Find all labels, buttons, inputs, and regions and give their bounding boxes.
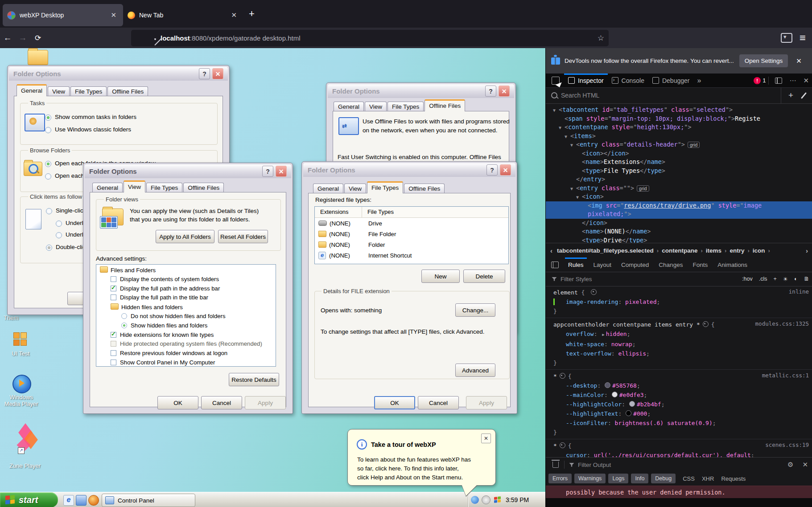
tab-file-types[interactable]: File Types [70,86,107,96]
style-toggle-[interactable]: ☀ [783,276,788,282]
markup-line[interactable]: ▼<icon> [546,192,812,201]
tab-offline-files[interactable]: Offline Files [404,184,445,193]
devtools-tab-debugger[interactable]: Debugger [648,74,694,87]
advanced-list-item[interactable]: Display the contents of system folders [100,276,276,285]
radio-classic-folders[interactable] [45,127,51,133]
dialog2-apply-button[interactable]: Apply [245,396,286,409]
checkbox[interactable] [111,294,116,300]
style-toggle-hov[interactable]: :hov [742,276,753,282]
delete-button[interactable]: Delete [463,270,505,283]
sidebar-tab-layout[interactable]: Layout [589,258,617,272]
grid-badge[interactable]: grid [688,142,700,148]
tray-network-icon[interactable] [471,496,479,504]
radio-show-common-tasks[interactable] [45,114,51,121]
dialog3-ok-button[interactable]: OK [374,396,415,409]
css-declaration[interactable]: cursor: url('../res/ui/cursors/default.c… [546,450,812,457]
tab-general[interactable]: General [16,84,47,96]
registered-filetypes-table[interactable]: ExtensionsFile Types (NONE)Drive(NONE)Fi… [314,206,509,264]
tab-close-icon[interactable]: ✕ [108,10,119,20]
sidebar-tab-animations[interactable]: Animations [713,258,752,272]
css-declaration[interactable]: --desktop: #585768; [546,381,812,390]
radio-underline-point[interactable] [56,232,62,238]
css-declaration[interactable]: white-space: nowrap; [546,339,812,349]
console-settings-icon[interactable]: ⚙ [787,461,793,469]
radio-button[interactable] [121,313,127,319]
rule-source-link[interactable]: modules.css:1325 [755,320,809,327]
tab-offline-files[interactable]: Offline Files [107,86,148,96]
css-declaration[interactable]: --highlightColor: #b2b4bf; [546,400,812,409]
rules-view[interactable]: element { inlineimage-rendering: pixelat… [546,286,812,457]
rule-source-link[interactable]: scenes.css:19 [765,442,809,448]
notification-close-icon[interactable]: ✕ [796,57,802,65]
markup-line[interactable]: <name>Extensions</name> [546,158,812,167]
dialog-folder-options-filetypes[interactable]: Folder Options ? ✕ GeneralViewFile Types… [301,161,517,414]
expand-arrow-icon[interactable]: ▼ [570,141,576,150]
markup-line[interactable]: <img src="res/icons/tray/drive.png" styl… [546,201,812,210]
dialog2-help-button[interactable]: ? [262,166,273,177]
reload-icon[interactable]: ⟳ [30,33,45,43]
advanced-list-item[interactable]: Hide extensions for known file types [100,331,276,341]
dialog4-title-bar[interactable]: Folder Options ? ✕ [328,84,514,98]
radio-single-click[interactable] [46,208,52,214]
css-rule[interactable]: appcontentholder contentpane items entry… [546,318,812,370]
markup-line[interactable]: ▼<items> [546,132,812,141]
tab-offline-files[interactable]: Offline Files [183,183,224,192]
breadcrumb-item[interactable]: icon [753,247,765,254]
markup-line[interactable]: </icon> [546,219,812,228]
tab-view[interactable]: View [344,184,366,193]
console-category-requests[interactable]: Requests [721,475,746,482]
expand-arrow-icon[interactable]: ▼ [565,132,570,141]
console-filter-info[interactable]: Info [631,474,648,483]
change-button[interactable]: Change... [455,303,495,317]
eyedropper-icon[interactable] [801,92,807,99]
dialog1-help-button[interactable]: ? [199,68,210,79]
extension-icon[interactable] [781,33,792,43]
color-swatch[interactable] [629,401,635,407]
markup-line[interactable]: <type>Drive</type> [546,236,812,243]
advanced-list-item[interactable]: Display the full path in the title bar [100,294,276,303]
console-filter-logs[interactable]: Logs [608,474,628,483]
dialog4-close-button[interactable]: ✕ [499,86,510,97]
balloon-close-icon[interactable]: ✕ [481,433,491,443]
devtools-tab-inspector[interactable]: Inspector [564,74,608,87]
highlight-selector-icon[interactable] [560,442,565,448]
dialog3-title-bar[interactable]: Folder Options ? ✕ [303,163,515,177]
task-button-control-panel[interactable]: Control Panel [102,494,195,507]
css-declaration[interactable]: --iconFilter: brightness(.6) saturate(0.… [546,418,812,428]
checkbox[interactable] [111,360,116,365]
advanced-list-item[interactable]: Files and Folders [100,266,276,276]
desktop-icon-label-them[interactable]: Them [4,315,30,321]
tab-file-types[interactable]: File Types [367,181,403,193]
filetype-row[interactable]: e(NONE)Internet Shortcut [315,250,508,261]
sidebar-toggle-icon[interactable] [551,262,559,268]
sidebar-tab-changes[interactable]: Changes [654,258,688,272]
tab-general[interactable]: General [334,102,364,111]
css-rule[interactable]: *{metallic.css:1--desktop: #585768;--mai… [546,370,812,439]
css-declaration[interactable]: --mainColor: #e0dfe3; [546,390,812,400]
style-toggle-cls[interactable]: .cls [759,276,767,282]
radio-own-window[interactable] [45,173,51,180]
filter-output-bar[interactable]: Filter Output ⚙ ✕ [546,457,812,472]
filetype-row[interactable]: (NONE)File Folder [315,229,508,239]
sidebar-tab-fonts[interactable]: Fonts [688,258,713,272]
browser-tab-1[interactable]: webXP Desktop✕ [3,4,123,26]
table-header[interactable]: ExtensionsFile Types [315,207,508,218]
dialog2-cancel-button[interactable]: Cancel [201,396,242,409]
console-error-row[interactable]: possibly because the user denied permiss… [546,486,812,499]
tab-general[interactable]: General [92,183,123,192]
markup-search-bar[interactable]: Search HTML + [546,87,812,104]
style-toggle-[interactable]: + [773,276,776,282]
console-close-icon[interactable]: ✕ [802,461,808,469]
bookmark-star-icon[interactable]: ☆ [598,33,604,43]
style-toggle-[interactable]: ◐ [794,276,798,282]
quicklaunch-desktop-icon[interactable] [76,495,87,506]
breadcrumb-item[interactable]: entry [730,247,744,254]
restore-defaults-button[interactable]: Restore Defaults [229,373,279,386]
expand-arrow-icon[interactable]: ▼ [576,193,582,202]
grid-badge[interactable]: grid [637,185,649,192]
css-rule[interactable]: element { inlineimage-rendering: pixelat… [546,286,812,318]
breadcrumb-right-icon[interactable]: › [801,247,812,254]
dialog1-close-button[interactable]: ✕ [212,68,223,79]
markup-line[interactable]: <name>(NONE)</name> [546,227,812,236]
url-link[interactable]: ../res/ui/cursors/default.cur [611,452,713,457]
